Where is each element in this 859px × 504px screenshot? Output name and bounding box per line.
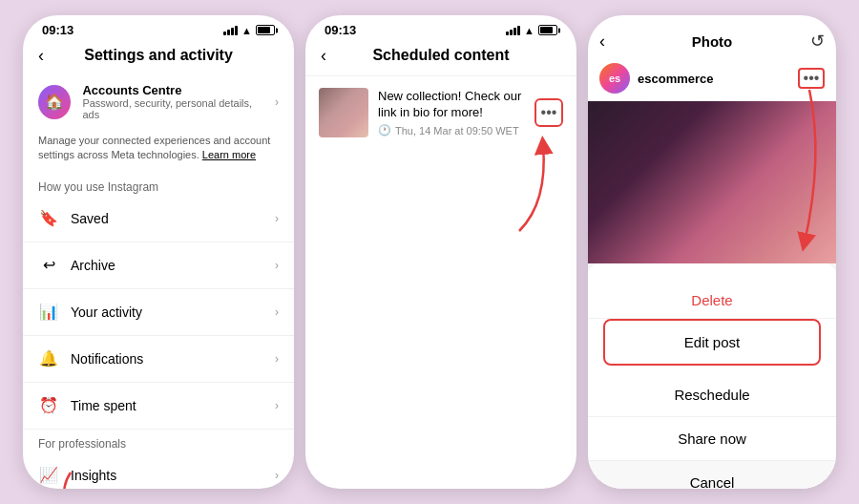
photo-title: Photo bbox=[692, 33, 733, 50]
reschedule-option[interactable]: Reschedule bbox=[588, 373, 836, 417]
activity-chevron: › bbox=[275, 305, 279, 319]
activity-icon: 📊 bbox=[38, 302, 59, 323]
section-how: How you use Instagram bbox=[23, 175, 294, 198]
scheduled-text: New collection! Check our link in bio fo… bbox=[378, 89, 525, 121]
photo-screen: ‹ Photo ↺ es escommerce ••• bbox=[588, 15, 836, 489]
time-2: 09:13 bbox=[325, 23, 356, 37]
accounts-text: Accounts Centre Password, security, pers… bbox=[82, 83, 263, 120]
scheduled-screen: 09:13 ▲ ‹ Scheduled content bbox=[305, 15, 576, 489]
refresh-icon[interactable]: ↺ bbox=[810, 31, 825, 52]
section-professionals: For professionals bbox=[23, 431, 294, 454]
screen-header-1: ‹ Settings and activity bbox=[23, 41, 294, 74]
timespent-icon: ⏰ bbox=[38, 395, 59, 416]
share-now-option[interactable]: Share now bbox=[588, 417, 836, 461]
status-bar-1: 09:13 ▲ bbox=[23, 15, 294, 41]
scheduled-thumb bbox=[319, 88, 368, 137]
info-text: Manage your connected experiences and ac… bbox=[23, 130, 294, 175]
menu-timespent[interactable]: ⏰ Time spent › bbox=[23, 385, 294, 427]
edit-post-option[interactable]: Edit post bbox=[603, 319, 821, 366]
insights-label: Insights bbox=[71, 468, 263, 483]
scheduled-time: 🕐 Thu, 14 Mar at 09:50 WET bbox=[378, 124, 525, 136]
user-initials: es bbox=[609, 73, 620, 84]
screen-header-2: ‹ Scheduled content bbox=[305, 41, 576, 74]
saved-chevron: › bbox=[275, 212, 279, 225]
username: escommerce bbox=[638, 72, 714, 86]
accounts-title: Accounts Centre bbox=[82, 83, 263, 97]
status-icons-2: ▲ bbox=[506, 25, 557, 36]
wifi-icon: ▲ bbox=[241, 25, 252, 36]
archive-chevron: › bbox=[275, 259, 279, 272]
three-dots-button[interactable]: ••• bbox=[798, 68, 825, 89]
accounts-subtitle: Password, security, personal details, ad… bbox=[82, 97, 263, 120]
photo-area bbox=[588, 101, 836, 263]
activity-label: Your activity bbox=[71, 304, 263, 320]
accounts-icon: 🏠 bbox=[38, 85, 71, 119]
cancel-option[interactable]: Cancel bbox=[588, 461, 836, 489]
menu-insights[interactable]: 📈 Insights › bbox=[23, 454, 294, 489]
status-bar-3 bbox=[588, 15, 836, 25]
photo-back-arrow[interactable]: ‹ bbox=[599, 32, 605, 52]
back-arrow-1[interactable]: ‹ bbox=[38, 46, 44, 66]
user-avatar: es bbox=[599, 63, 630, 94]
settings-screen: 09:13 ▲ ‹ Settings and activity 🏠 bbox=[23, 15, 294, 489]
saved-icon: 🔖 bbox=[38, 208, 59, 229]
clock-icon: 🕐 bbox=[378, 124, 391, 136]
menu-archive[interactable]: ↩ Archive › bbox=[23, 244, 294, 286]
menu-activity[interactable]: 📊 Your activity › bbox=[23, 291, 294, 333]
time-1: 09:13 bbox=[42, 23, 73, 37]
timespent-label: Time spent bbox=[71, 398, 263, 413]
saved-label: Saved bbox=[71, 211, 263, 226]
signal-icon-2 bbox=[506, 26, 520, 35]
archive-icon: ↩ bbox=[38, 255, 59, 276]
battery-icon-2 bbox=[538, 25, 557, 35]
time-text: Thu, 14 Mar at 09:50 WET bbox=[395, 125, 519, 136]
menu-notifications[interactable]: 🔔 Notifications › bbox=[23, 338, 294, 380]
back-arrow-2[interactable]: ‹ bbox=[321, 46, 326, 66]
signal-icon bbox=[223, 26, 238, 35]
notifications-icon: 🔔 bbox=[38, 348, 59, 369]
bottom-sheet: Delete Edit post Reschedule Share now Ca… bbox=[588, 263, 836, 489]
scheduled-title: Scheduled content bbox=[372, 47, 509, 64]
insights-chevron: › bbox=[275, 469, 279, 482]
scheduled-dots-button[interactable]: ••• bbox=[534, 98, 563, 127]
user-bar: es escommerce ••• bbox=[588, 59, 836, 101]
learn-more-link[interactable]: Learn more bbox=[202, 149, 256, 160]
accounts-centre[interactable]: 🏠 Accounts Centre Password, security, pe… bbox=[23, 74, 294, 130]
status-icons-1: ▲ bbox=[223, 25, 275, 36]
delete-option[interactable]: Delete bbox=[588, 279, 836, 319]
status-bar-2: 09:13 ▲ bbox=[305, 15, 576, 41]
archive-label: Archive bbox=[71, 258, 263, 273]
wifi-icon-2: ▲ bbox=[524, 25, 534, 36]
menu-saved[interactable]: 🔖 Saved › bbox=[23, 198, 294, 240]
insights-icon: 📈 bbox=[38, 465, 59, 486]
timespent-chevron: › bbox=[275, 399, 279, 412]
scheduled-item: New collection! Check our link in bio fo… bbox=[305, 78, 576, 147]
notifications-label: Notifications bbox=[71, 351, 263, 367]
notifications-chevron: › bbox=[275, 352, 279, 366]
scheduled-info: New collection! Check our link in bio fo… bbox=[378, 89, 525, 137]
battery-icon bbox=[256, 25, 275, 35]
accounts-chevron: › bbox=[275, 95, 279, 109]
settings-title: Settings and activity bbox=[84, 47, 233, 64]
photo-header: ‹ Photo ↺ bbox=[588, 25, 836, 59]
